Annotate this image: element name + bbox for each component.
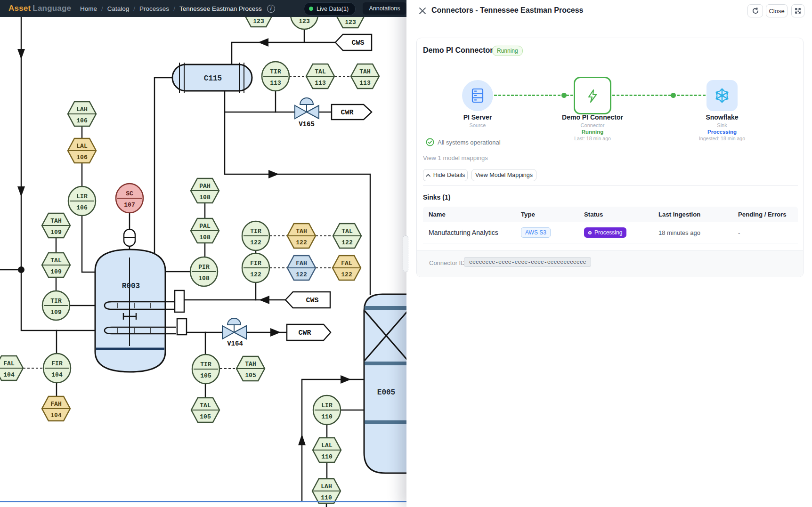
svg-text:122: 122	[250, 271, 261, 278]
instrument-FIR-104[interactable]: FIR104	[43, 354, 71, 383]
svg-text:FAL: FAL	[341, 260, 352, 267]
status-badge: Processing	[584, 227, 626, 238]
instrument-FAL-104[interactable]: FAL104	[0, 356, 23, 380]
instrument-TAH-113[interactable]: TAH113	[351, 64, 379, 89]
instrument-PAL-108[interactable]: PAL108	[191, 218, 219, 243]
svg-text:106: 106	[76, 154, 88, 161]
instrument-PIR-108[interactable]: PIR108	[190, 257, 218, 286]
sinks-table: Name Type Status Last Ingestion Pending …	[423, 207, 798, 243]
pipeline-node-connector[interactable]	[574, 77, 611, 114]
view-model-mappings-button[interactable]: View Model Mappings	[471, 169, 536, 181]
breadcrumb-home[interactable]: Home	[80, 5, 97, 12]
instrument-FAH-104[interactable]: FAH104	[42, 396, 70, 421]
valve-V164[interactable]	[222, 318, 246, 339]
vessel-E005[interactable]: E005	[364, 294, 410, 473]
svg-text:TAH: TAH	[296, 228, 307, 235]
breadcrumb: Home / Catalog / Processes / Tennessee E…	[80, 5, 275, 13]
sink-name: Manufacturing Analytics	[423, 229, 515, 236]
close-icon[interactable]	[418, 6, 427, 16]
connector-id-footer: Connector ID: eeeeeeee-eeee-eeee-eeee-ee…	[417, 250, 803, 277]
svg-text:FAH: FAH	[50, 401, 61, 408]
close-button[interactable]: Close	[766, 4, 788, 17]
svg-text:113: 113	[270, 80, 281, 87]
pipeline-node-snowflake[interactable]	[706, 80, 738, 111]
svg-text:TAL: TAL	[341, 228, 353, 235]
instrument-TIR-109[interactable]: TIR109	[42, 291, 70, 320]
instrument-LAL-106[interactable]: LAL106	[68, 138, 96, 163]
instrument-TAH-109[interactable]: TAH109	[42, 213, 70, 238]
refresh-button[interactable]	[747, 4, 763, 17]
instrument-LAL-110[interactable]: LAL110	[313, 438, 341, 462]
svg-text:109: 109	[50, 309, 62, 316]
svg-text:113: 113	[315, 80, 326, 87]
svg-text:LAH: LAH	[321, 483, 332, 490]
snowflake-icon	[710, 83, 734, 108]
instrument-TIR-105[interactable]: TIR105	[192, 354, 219, 384]
instrument-TAL-113[interactable]: TAL113	[306, 64, 334, 89]
instrument-FAL-122[interactable]: FAL122	[333, 256, 361, 280]
info-icon[interactable]: i	[267, 5, 275, 13]
column-status: Status	[578, 211, 653, 218]
breadcrumb-separator: /	[173, 5, 175, 12]
check-circle-icon	[426, 138, 434, 146]
logo-secondary: Language	[32, 4, 71, 13]
svg-text:109: 109	[50, 268, 62, 275]
instrument-PAH-108[interactable]: PAH108	[191, 178, 219, 203]
instrument-SC-107[interactable]: SC107	[116, 184, 143, 213]
breadcrumb-catalog[interactable]: Catalog	[107, 5, 130, 12]
instrument-FAH-122[interactable]: FAH122	[287, 256, 316, 280]
breadcrumb-processes[interactable]: Processes	[139, 5, 169, 12]
instrument-TAL-105[interactable]: TAL105	[191, 398, 219, 422]
drawer-resize-handle[interactable]	[403, 235, 408, 272]
svg-text:TIR: TIR	[270, 68, 281, 75]
flow-tag-cws-top: CWS	[351, 39, 364, 47]
hide-details-button[interactable]: Hide Details	[423, 169, 468, 181]
svg-text:104: 104	[50, 412, 62, 419]
pipeline-link	[612, 95, 706, 96]
vessel-C115[interactable]: C115	[172, 63, 252, 93]
expand-button[interactable]	[791, 4, 804, 17]
pipeline-node-pi-server[interactable]	[462, 80, 493, 111]
instrument-LIR-110[interactable]: LIR110	[313, 395, 341, 425]
svg-text:FIR: FIR	[250, 260, 261, 267]
instrument-LIR-106[interactable]: LIR106	[68, 186, 96, 216]
valve-V165[interactable]	[295, 98, 319, 119]
instrument-TIR-122[interactable]: TIR122	[242, 221, 269, 250]
table-row[interactable]: Manufacturing Analytics AWS S3 Processin…	[423, 222, 798, 243]
app-logo[interactable]: AssetLanguage	[8, 4, 71, 13]
svg-text:PIR: PIR	[198, 264, 210, 271]
instrument-TAL-122[interactable]: TAL122	[333, 224, 361, 248]
svg-text:FAL: FAL	[3, 360, 15, 367]
annotations-button[interactable]: Annotations	[363, 2, 406, 15]
model-mappings-note[interactable]: View 1 model mappings	[423, 154, 488, 161]
svg-text:TAL: TAL	[315, 68, 326, 75]
live-data-button[interactable]: Live Data(1)	[304, 2, 356, 16]
health-status: All systems operational	[426, 138, 501, 146]
svg-text:106: 106	[76, 117, 88, 124]
instrument-FIR-122[interactable]: FIR122	[242, 253, 269, 282]
instrument-TAH-122[interactable]: TAH122	[287, 224, 316, 248]
vessel-label-e005: E005	[377, 388, 395, 397]
instrument-LAH-106[interactable]: LAH106	[68, 102, 96, 126]
svg-text:TAH: TAH	[359, 68, 370, 75]
instrument-TAH-105[interactable]: TAH105	[236, 356, 265, 381]
divider	[423, 185, 798, 186]
vessel-R003[interactable]: R003	[95, 229, 187, 372]
health-status-text: All systems operational	[438, 139, 501, 146]
last-ingestion-value: 18 minutes ago	[653, 229, 732, 236]
sinks-table-header: Name Type Status Last Ingestion Pending …	[423, 207, 798, 222]
connector-id-label: Connector ID:	[429, 259, 467, 266]
svg-text:LIR: LIR	[321, 402, 333, 409]
svg-text:122: 122	[341, 239, 353, 246]
svg-text:123: 123	[253, 18, 264, 25]
svg-text:122: 122	[341, 271, 352, 278]
svg-text:TIR: TIR	[250, 228, 261, 235]
instrument-TAL-109[interactable]: TAL109	[42, 253, 70, 277]
valve-label-v165: V165	[299, 121, 315, 128]
svg-text:FAH: FAH	[296, 260, 307, 267]
instrument-TIR-113[interactable]: TIR113	[262, 62, 289, 91]
connector-id-value[interactable]: eeeeeeee-eeee-eeee-eeee-eeeeeeeeeeee	[464, 257, 591, 267]
instrument-LAH-110[interactable]: LAH110	[312, 479, 341, 503]
live-status-dot-icon	[309, 7, 313, 11]
svg-text:105: 105	[245, 372, 256, 379]
